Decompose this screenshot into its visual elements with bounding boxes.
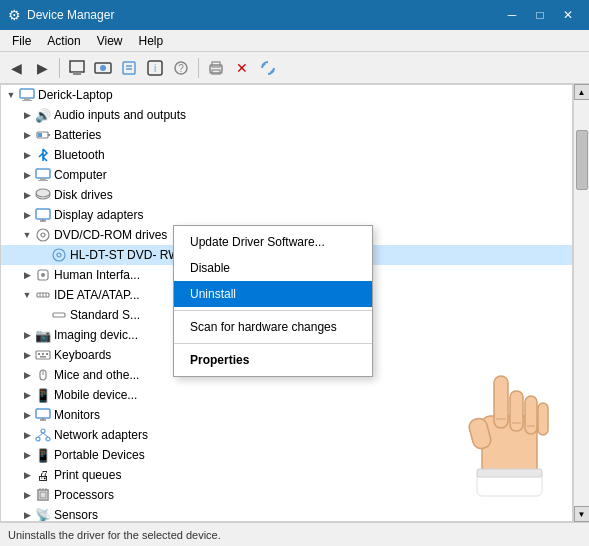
item-label: Print queues bbox=[54, 468, 121, 482]
minimize-button[interactable]: ─ bbox=[499, 5, 525, 25]
toolbar-btn-4[interactable]: i bbox=[143, 56, 167, 80]
svg-rect-63 bbox=[510, 391, 523, 431]
sensors-icon: 📡 bbox=[35, 507, 51, 522]
dvd-drive-icon bbox=[51, 247, 67, 263]
item-label: Bluetooth bbox=[54, 148, 105, 162]
expand-icon: ▶ bbox=[19, 407, 35, 423]
expand-icon: ▼ bbox=[19, 287, 35, 303]
svg-rect-43 bbox=[42, 353, 44, 355]
item-label: Keyboards bbox=[54, 348, 111, 362]
ctx-scan-label: Scan for hardware changes bbox=[190, 320, 337, 334]
print-icon: 🖨 bbox=[35, 467, 51, 483]
svg-rect-18 bbox=[22, 100, 32, 101]
ctx-separator-2 bbox=[174, 343, 372, 344]
ctx-update-driver[interactable]: Update Driver Software... bbox=[174, 229, 372, 255]
svg-point-3 bbox=[100, 65, 106, 71]
title-bar-left: ⚙ Device Manager bbox=[8, 7, 114, 23]
svg-point-26 bbox=[36, 189, 50, 197]
tree-root[interactable]: ▼ Derick-Laptop bbox=[1, 85, 572, 105]
expand-icon: ▶ bbox=[19, 267, 35, 283]
mice-icon bbox=[35, 367, 51, 383]
maximize-button[interactable]: □ bbox=[527, 5, 553, 25]
expand-icon: ▶ bbox=[19, 167, 35, 183]
ctx-properties[interactable]: Properties bbox=[174, 347, 372, 373]
imaging-icon: 📷 bbox=[35, 327, 51, 343]
expand-icon: ▶ bbox=[19, 187, 35, 203]
ctx-separator bbox=[174, 310, 372, 311]
ctx-properties-label: Properties bbox=[190, 353, 249, 367]
svg-rect-4 bbox=[123, 62, 135, 74]
ctx-scan[interactable]: Scan for hardware changes bbox=[174, 314, 372, 340]
audio-icon: 🔊 bbox=[35, 107, 51, 123]
menu-action[interactable]: Action bbox=[39, 32, 88, 50]
expand-icon: ▶ bbox=[19, 147, 35, 163]
root-label: Derick-Laptop bbox=[38, 88, 113, 102]
window-controls: ─ □ ✕ bbox=[499, 5, 581, 25]
item-label: Mobile device... bbox=[54, 388, 137, 402]
svg-text:?: ? bbox=[178, 63, 184, 74]
forward-button[interactable]: ▶ bbox=[30, 56, 54, 80]
item-label: Monitors bbox=[54, 408, 100, 422]
expand-icon: ▶ bbox=[19, 207, 35, 223]
scroll-track[interactable] bbox=[575, 100, 589, 506]
keyboard-icon bbox=[35, 347, 51, 363]
tree-item-disk[interactable]: ▶ Disk drives bbox=[1, 185, 572, 205]
svg-rect-22 bbox=[36, 169, 50, 178]
toolbar-btn-2[interactable] bbox=[91, 56, 115, 80]
svg-rect-65 bbox=[538, 403, 548, 435]
expand-icon: ▶ bbox=[19, 487, 35, 503]
svg-point-35 bbox=[41, 273, 45, 277]
item-label: Batteries bbox=[54, 128, 101, 142]
expand-icon: ▶ bbox=[19, 507, 35, 522]
svg-rect-0 bbox=[70, 61, 84, 72]
svg-rect-16 bbox=[20, 89, 34, 98]
scroll-up-button[interactable]: ▲ bbox=[574, 84, 590, 100]
main-area: ▼ Derick-Laptop ▶ 🔊 Audio inputs and out… bbox=[0, 84, 589, 522]
tree-item-computer[interactable]: ▶ Computer bbox=[1, 165, 572, 185]
svg-rect-1 bbox=[73, 72, 81, 75]
item-label: Imaging devic... bbox=[54, 328, 138, 342]
ctx-uninstall[interactable]: Uninstall bbox=[174, 281, 372, 307]
svg-rect-27 bbox=[36, 209, 50, 219]
tree-item-bluetooth[interactable]: ▶ Bluetooth bbox=[1, 145, 572, 165]
portable-icon: 📱 bbox=[35, 447, 51, 463]
tree-item-batteries[interactable]: ▶ Batteries bbox=[1, 125, 572, 145]
svg-rect-13 bbox=[212, 70, 220, 74]
toolbar-btn-5[interactable]: ? bbox=[169, 56, 193, 80]
toolbar-btn-delete[interactable]: ✕ bbox=[230, 56, 254, 80]
back-button[interactable]: ◀ bbox=[4, 56, 28, 80]
toolbar-btn-3[interactable] bbox=[117, 56, 141, 80]
hand-cursor bbox=[452, 361, 562, 491]
batteries-icon bbox=[35, 127, 51, 143]
computer-icon bbox=[35, 167, 51, 183]
toolbar-btn-print[interactable] bbox=[204, 56, 228, 80]
svg-rect-44 bbox=[46, 353, 48, 355]
tree-item-display[interactable]: ▶ Display adapters bbox=[1, 205, 572, 225]
toolbar-btn-1[interactable] bbox=[65, 56, 89, 80]
svg-line-54 bbox=[38, 433, 43, 437]
menu-view[interactable]: View bbox=[89, 32, 131, 50]
svg-rect-20 bbox=[48, 134, 50, 136]
expand-icon: ▶ bbox=[19, 467, 35, 483]
tree-item-audio[interactable]: ▶ 🔊 Audio inputs and outputs bbox=[1, 105, 572, 125]
expand-icon: ▶ bbox=[19, 127, 35, 143]
svg-rect-40 bbox=[53, 313, 65, 317]
svg-rect-24 bbox=[38, 180, 48, 181]
menu-file[interactable]: File bbox=[4, 32, 39, 50]
svg-rect-17 bbox=[24, 98, 30, 100]
svg-rect-48 bbox=[36, 409, 50, 418]
scroll-down-button[interactable]: ▼ bbox=[574, 506, 590, 522]
processor-icon bbox=[35, 487, 51, 503]
svg-rect-42 bbox=[38, 353, 40, 355]
close-button[interactable]: ✕ bbox=[555, 5, 581, 25]
tree-item-sensors[interactable]: ▶ 📡 Sensors bbox=[1, 505, 572, 522]
ctx-disable[interactable]: Disable bbox=[174, 255, 372, 281]
toolbar-btn-refresh[interactable] bbox=[256, 56, 280, 80]
svg-point-33 bbox=[57, 253, 61, 257]
item-label: Sensors bbox=[54, 508, 98, 522]
scroll-thumb[interactable] bbox=[576, 130, 588, 190]
svg-point-51 bbox=[41, 429, 45, 433]
svg-point-32 bbox=[53, 249, 65, 261]
menu-help[interactable]: Help bbox=[131, 32, 172, 50]
svg-rect-57 bbox=[40, 492, 46, 498]
